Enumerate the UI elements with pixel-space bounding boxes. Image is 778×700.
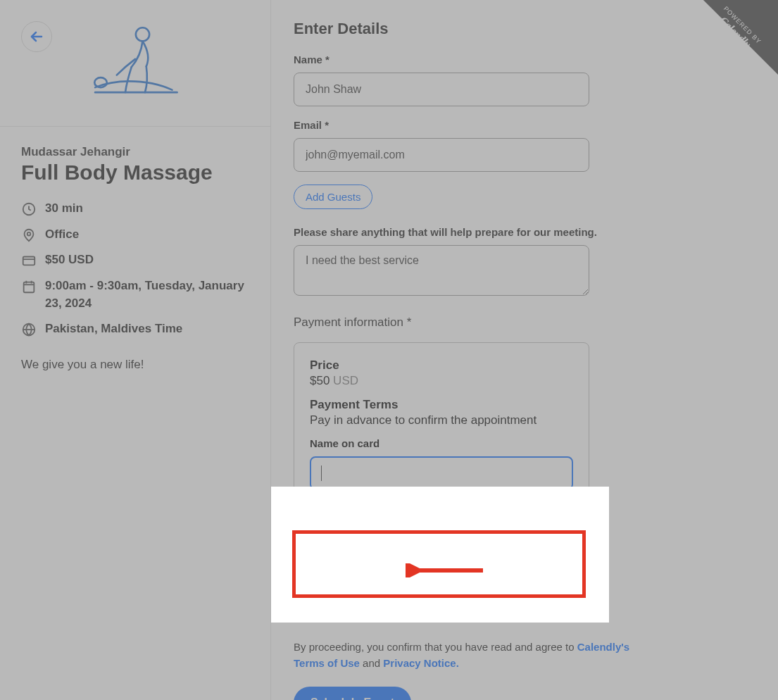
- location-icon: [21, 227, 37, 243]
- email-input[interactable]: [294, 138, 589, 172]
- notes-label: Please share anything that will help pre…: [294, 226, 755, 238]
- card-icon: [21, 253, 37, 268]
- meta-duration: 30 min: [21, 200, 249, 218]
- card-cvc-placeholder: CVC: [541, 515, 564, 527]
- proceed-disclaimer: By proceeding, you confirm that you have…: [294, 639, 646, 671]
- meta-location: Office: [21, 226, 249, 244]
- event-title: Full Body Massage: [21, 161, 249, 185]
- clock-icon: [21, 201, 37, 217]
- massage-icon: [86, 18, 184, 109]
- host-name: Mudassar Jehangir: [21, 145, 249, 159]
- payment-box: Price $50 USD Payment Terms Pay in advan…: [294, 342, 589, 608]
- proceed-and: and: [363, 657, 383, 669]
- svg-point-3: [27, 232, 31, 236]
- form-heading: Enter Details: [294, 20, 755, 38]
- price-label: Price: [310, 358, 573, 373]
- cardname-label: Name on card: [310, 437, 573, 449]
- price-amount: $50: [310, 374, 330, 387]
- meta-datetime: 9:00am - 9:30am, Tuesday, January 23, 20…: [21, 277, 249, 312]
- datetime-text: 9:00am - 9:30am, Tuesday, January 23, 20…: [45, 277, 249, 312]
- svg-rect-4: [23, 257, 35, 265]
- name-label: Name *: [294, 54, 755, 65]
- meta-price: $50 USD: [21, 251, 249, 269]
- globe-icon: [21, 322, 37, 337]
- payment-section-label: Payment information *: [294, 315, 755, 330]
- sidebar-header: [0, 0, 270, 127]
- privacy-link[interactable]: Privacy Notice.: [383, 657, 459, 669]
- sidebar: Mudassar Jehangir Full Body Massage 30 m…: [0, 0, 271, 700]
- powered-by-text: Powered by: [319, 576, 363, 586]
- stripe-badge: Powered by stripe: [310, 570, 406, 592]
- name-input[interactable]: [294, 73, 589, 106]
- price-currency: USD: [333, 374, 358, 387]
- price-value: $50 USD: [310, 374, 573, 388]
- back-button[interactable]: [21, 21, 52, 52]
- timezone-text: Pakistan, Maldives Time: [45, 320, 182, 338]
- location-text: Office: [45, 226, 79, 244]
- sidebar-body: Mudassar Jehangir Full Body Massage 30 m…: [0, 127, 270, 393]
- calendar-icon: [21, 279, 37, 294]
- form-panel: Enter Details Name * Email * Add Guests …: [271, 0, 778, 700]
- stripe-note: Your payments are securely processed by …: [310, 552, 573, 564]
- price-text: $50 USD: [45, 251, 94, 269]
- card-number-placeholder: Card number: [347, 515, 483, 527]
- add-guests-button[interactable]: Add Guests: [294, 185, 372, 209]
- meta-timezone: Pakistan, Maldives Time: [21, 320, 249, 338]
- terms-label: Payment Terms: [310, 398, 573, 412]
- svg-point-0: [136, 27, 149, 41]
- terms-value: Pay in advance to confirm the appointmen…: [310, 413, 573, 427]
- booking-page: Mudassar Jehangir Full Body Massage 30 m…: [0, 0, 778, 700]
- cardname-input[interactable]: [310, 456, 573, 490]
- stripe-logo: stripe: [368, 575, 396, 587]
- arrow-left-icon: [28, 28, 45, 45]
- card-element[interactable]: Card number MM / YY CVC: [310, 504, 573, 537]
- svg-rect-5: [24, 282, 34, 293]
- duration-text: 30 min: [45, 200, 83, 218]
- credit-card-icon: [319, 513, 339, 527]
- schedule-button[interactable]: Schedule Event: [294, 687, 411, 700]
- tagline: We give you a new life!: [21, 358, 249, 372]
- proceed-prefix: By proceeding, you confirm that you have…: [294, 641, 577, 653]
- email-label: Email *: [294, 119, 755, 131]
- card-exp-placeholder: MM / YY: [491, 515, 532, 527]
- notes-input[interactable]: I need the best service: [294, 245, 589, 296]
